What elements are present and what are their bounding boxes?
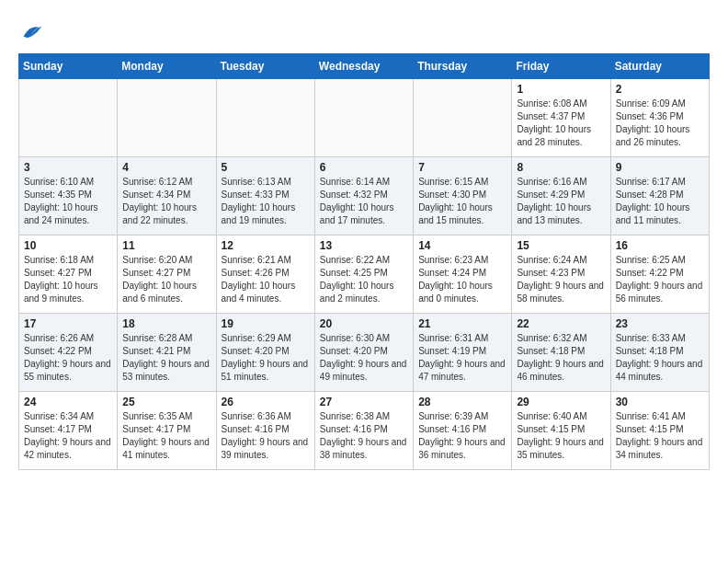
calendar-table: SundayMondayTuesdayWednesdayThursdayFrid… <box>18 53 710 470</box>
calendar-week-1: 1Sunrise: 6:08 AMSunset: 4:37 PMDaylight… <box>19 79 710 157</box>
calendar-cell: 8Sunrise: 6:16 AMSunset: 4:29 PMDaylight… <box>512 157 610 236</box>
cell-sun-info: Sunrise: 6:38 AMSunset: 4:16 PMDaylight:… <box>320 410 408 462</box>
cell-sun-info: Sunrise: 6:09 AMSunset: 4:36 PMDaylight:… <box>616 98 704 149</box>
cell-sun-info: Sunrise: 6:14 AMSunset: 4:32 PMDaylight:… <box>320 176 408 227</box>
calendar-cell: 6Sunrise: 6:14 AMSunset: 4:32 PMDaylight… <box>314 157 413 236</box>
weekday-header-wednesday: Wednesday <box>314 54 413 79</box>
calendar-week-2: 3Sunrise: 6:10 AMSunset: 4:35 PMDaylight… <box>19 157 710 236</box>
weekday-header-friday: Friday <box>512 54 610 79</box>
cell-sun-info: Sunrise: 6:22 AMSunset: 4:25 PMDaylight:… <box>320 254 408 305</box>
calendar-cell: 25Sunrise: 6:35 AMSunset: 4:17 PMDayligh… <box>118 392 216 470</box>
cell-sun-info: Sunrise: 6:16 AMSunset: 4:29 PMDaylight:… <box>517 176 605 227</box>
weekday-header-thursday: Thursday <box>414 54 512 79</box>
day-number: 8 <box>517 161 605 174</box>
day-number: 3 <box>24 161 112 174</box>
day-number: 1 <box>517 83 605 96</box>
calendar-cell <box>216 79 314 157</box>
cell-sun-info: Sunrise: 6:12 AMSunset: 4:34 PMDaylight:… <box>122 176 210 227</box>
cell-sun-info: Sunrise: 6:17 AMSunset: 4:28 PMDaylight:… <box>616 176 704 227</box>
cell-sun-info: Sunrise: 6:35 AMSunset: 4:17 PMDaylight:… <box>122 410 210 462</box>
calendar-cell: 1Sunrise: 6:08 AMSunset: 4:37 PMDaylight… <box>512 79 610 157</box>
day-number: 9 <box>616 161 704 174</box>
cell-sun-info: Sunrise: 6:20 AMSunset: 4:27 PMDaylight:… <box>122 254 210 305</box>
calendar-header: SundayMondayTuesdayWednesdayThursdayFrid… <box>19 54 710 79</box>
calendar-cell: 22Sunrise: 6:32 AMSunset: 4:18 PMDayligh… <box>512 314 610 392</box>
day-number: 12 <box>222 239 310 252</box>
weekday-header-sunday: Sunday <box>19 54 118 79</box>
day-number: 30 <box>616 396 704 408</box>
cell-sun-info: Sunrise: 6:10 AMSunset: 4:35 PMDaylight:… <box>24 176 112 227</box>
calendar-week-4: 17Sunrise: 6:26 AMSunset: 4:22 PMDayligh… <box>19 314 710 392</box>
calendar-cell: 2Sunrise: 6:09 AMSunset: 4:36 PMDaylight… <box>610 79 709 157</box>
cell-sun-info: Sunrise: 6:34 AMSunset: 4:17 PMDaylight:… <box>24 410 112 462</box>
day-number: 13 <box>320 239 408 252</box>
day-number: 10 <box>24 239 112 252</box>
calendar-cell: 11Sunrise: 6:20 AMSunset: 4:27 PMDayligh… <box>118 236 216 314</box>
cell-sun-info: Sunrise: 6:40 AMSunset: 4:15 PMDaylight:… <box>517 410 605 462</box>
calendar-cell: 28Sunrise: 6:39 AMSunset: 4:16 PMDayligh… <box>414 392 512 470</box>
page-header <box>18 18 710 44</box>
calendar-cell: 12Sunrise: 6:21 AMSunset: 4:26 PMDayligh… <box>216 236 314 314</box>
calendar-cell: 18Sunrise: 6:28 AMSunset: 4:21 PMDayligh… <box>118 314 216 392</box>
calendar-cell: 17Sunrise: 6:26 AMSunset: 4:22 PMDayligh… <box>19 314 118 392</box>
cell-sun-info: Sunrise: 6:21 AMSunset: 4:26 PMDaylight:… <box>222 254 310 305</box>
cell-sun-info: Sunrise: 6:30 AMSunset: 4:20 PMDaylight:… <box>320 332 408 384</box>
day-number: 5 <box>222 161 310 174</box>
calendar-cell: 29Sunrise: 6:40 AMSunset: 4:15 PMDayligh… <box>512 392 610 470</box>
calendar-cell <box>19 79 118 157</box>
day-number: 19 <box>222 317 310 330</box>
day-number: 24 <box>24 396 112 408</box>
day-number: 27 <box>320 396 408 408</box>
day-number: 7 <box>418 161 506 174</box>
calendar-cell: 16Sunrise: 6:25 AMSunset: 4:22 PMDayligh… <box>610 236 709 314</box>
calendar-cell: 13Sunrise: 6:22 AMSunset: 4:25 PMDayligh… <box>314 236 413 314</box>
cell-sun-info: Sunrise: 6:23 AMSunset: 4:24 PMDaylight:… <box>418 254 506 305</box>
calendar-cell: 3Sunrise: 6:10 AMSunset: 4:35 PMDaylight… <box>19 157 118 236</box>
cell-sun-info: Sunrise: 6:13 AMSunset: 4:33 PMDaylight:… <box>222 176 310 227</box>
day-number: 4 <box>122 161 210 174</box>
logo-bird-icon <box>18 18 44 44</box>
day-number: 17 <box>24 317 112 330</box>
cell-sun-info: Sunrise: 6:08 AMSunset: 4:37 PMDaylight:… <box>517 98 605 149</box>
day-number: 22 <box>517 317 605 330</box>
calendar-cell: 14Sunrise: 6:23 AMSunset: 4:24 PMDayligh… <box>414 236 512 314</box>
cell-sun-info: Sunrise: 6:25 AMSunset: 4:22 PMDaylight:… <box>616 254 704 305</box>
calendar-cell: 10Sunrise: 6:18 AMSunset: 4:27 PMDayligh… <box>19 236 118 314</box>
day-number: 15 <box>517 239 605 252</box>
weekday-header-monday: Monday <box>118 54 216 79</box>
day-number: 28 <box>418 396 506 408</box>
calendar-cell: 26Sunrise: 6:36 AMSunset: 4:16 PMDayligh… <box>216 392 314 470</box>
day-number: 6 <box>320 161 408 174</box>
day-number: 14 <box>418 239 506 252</box>
calendar-cell: 20Sunrise: 6:30 AMSunset: 4:20 PMDayligh… <box>314 314 413 392</box>
calendar-cell: 9Sunrise: 6:17 AMSunset: 4:28 PMDaylight… <box>610 157 709 236</box>
day-number: 25 <box>122 396 210 408</box>
day-number: 23 <box>616 317 704 330</box>
calendar-cell <box>118 79 216 157</box>
cell-sun-info: Sunrise: 6:39 AMSunset: 4:16 PMDaylight:… <box>418 410 506 462</box>
calendar-cell: 4Sunrise: 6:12 AMSunset: 4:34 PMDaylight… <box>118 157 216 236</box>
day-number: 21 <box>418 317 506 330</box>
cell-sun-info: Sunrise: 6:36 AMSunset: 4:16 PMDaylight:… <box>222 410 310 462</box>
calendar-cell <box>314 79 413 157</box>
cell-sun-info: Sunrise: 6:32 AMSunset: 4:18 PMDaylight:… <box>517 332 605 384</box>
day-number: 11 <box>122 239 210 252</box>
cell-sun-info: Sunrise: 6:29 AMSunset: 4:20 PMDaylight:… <box>222 332 310 384</box>
cell-sun-info: Sunrise: 6:41 AMSunset: 4:15 PMDaylight:… <box>616 410 704 462</box>
calendar-cell: 7Sunrise: 6:15 AMSunset: 4:30 PMDaylight… <box>414 157 512 236</box>
calendar-cell: 30Sunrise: 6:41 AMSunset: 4:15 PMDayligh… <box>610 392 709 470</box>
day-number: 29 <box>517 396 605 408</box>
day-number: 26 <box>222 396 310 408</box>
calendar-body: 1Sunrise: 6:08 AMSunset: 4:37 PMDaylight… <box>19 79 710 470</box>
cell-sun-info: Sunrise: 6:28 AMSunset: 4:21 PMDaylight:… <box>122 332 210 384</box>
cell-sun-info: Sunrise: 6:24 AMSunset: 4:23 PMDaylight:… <box>517 254 605 305</box>
cell-sun-info: Sunrise: 6:26 AMSunset: 4:22 PMDaylight:… <box>24 332 112 384</box>
calendar-cell: 5Sunrise: 6:13 AMSunset: 4:33 PMDaylight… <box>216 157 314 236</box>
cell-sun-info: Sunrise: 6:15 AMSunset: 4:30 PMDaylight:… <box>418 176 506 227</box>
logo <box>18 18 48 44</box>
calendar-week-5: 24Sunrise: 6:34 AMSunset: 4:17 PMDayligh… <box>19 392 710 470</box>
weekday-header-row: SundayMondayTuesdayWednesdayThursdayFrid… <box>19 54 710 79</box>
calendar-cell: 15Sunrise: 6:24 AMSunset: 4:23 PMDayligh… <box>512 236 610 314</box>
day-number: 2 <box>616 83 704 96</box>
day-number: 16 <box>616 239 704 252</box>
